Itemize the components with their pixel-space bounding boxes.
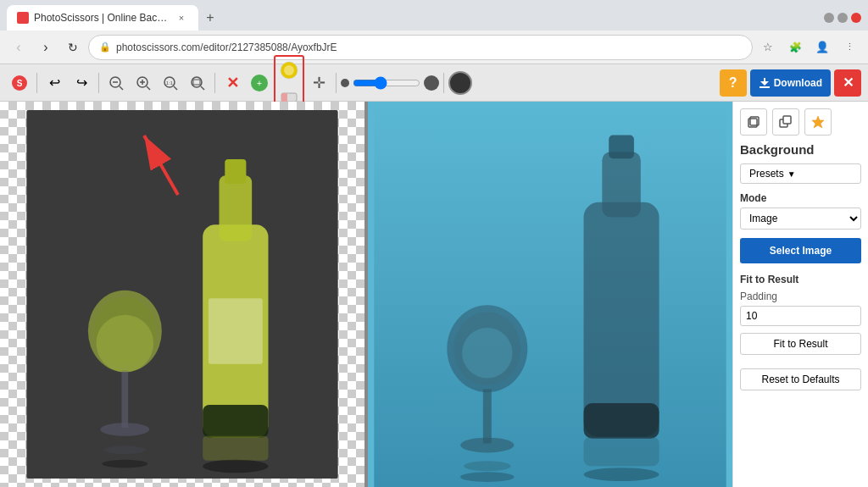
svg-rect-34 [203, 436, 268, 461]
new-tab-button[interactable]: + [198, 6, 222, 30]
svg-point-44 [462, 328, 512, 378]
separator-1 [36, 73, 37, 93]
result-svg [368, 102, 732, 487]
select-image-button[interactable]: Select Image [740, 238, 861, 263]
separator-4 [336, 73, 337, 93]
extension-btn[interactable]: 🧩 [783, 36, 807, 59]
svg-point-43 [460, 438, 514, 453]
svg-point-51 [584, 468, 659, 481]
copy-button[interactable] [740, 108, 767, 136]
copy-icon [747, 115, 760, 129]
back-button[interactable]: ‹ [7, 36, 31, 59]
svg-rect-20 [281, 93, 287, 102]
menu-btn[interactable]: ⋮ [837, 36, 861, 59]
right-sidebar: Background Presets ▼ Mode Image Color Tr… [732, 102, 868, 487]
nav-bar: ‹ › ↻ 🔒 photoscissors.com/editor/2127385… [0, 30, 868, 64]
svg-rect-47 [602, 152, 641, 217]
green-brush-button[interactable]: + [247, 70, 272, 96]
cancel-button[interactable]: ✕ [220, 70, 245, 96]
svg-rect-49 [584, 403, 659, 439]
sidebar-icon-row [740, 108, 861, 136]
svg-rect-30 [220, 175, 253, 241]
copy2-button[interactable] [772, 108, 799, 136]
fit-result-button[interactable]: Fit to Result [740, 333, 861, 355]
svg-rect-14 [193, 80, 200, 85]
svg-text:S: S [17, 79, 23, 88]
toolbar: S ↩ ↪ 1:1 ✕ + [0, 64, 868, 102]
refresh-button[interactable]: ↻ [61, 36, 85, 59]
forward-button[interactable]: › [34, 36, 58, 59]
svg-point-28 [97, 315, 154, 373]
red-arrow [119, 119, 203, 206]
zoom-out-button[interactable] [103, 70, 129, 96]
profile-btn[interactable]: 👤 [810, 36, 834, 59]
svg-rect-56 [783, 116, 791, 124]
brush-size-slider[interactable] [353, 76, 420, 90]
minimize-btn[interactable] [824, 13, 834, 23]
browser-nav-icons: ☆ 🧩 👤 ⋮ [756, 36, 861, 59]
download-button[interactable]: Download [750, 69, 831, 97]
maximize-btn[interactable] [837, 13, 848, 23]
logo-icon: S [7, 70, 32, 96]
padding-input[interactable] [740, 306, 861, 326]
svg-point-18 [284, 65, 294, 75]
help-button[interactable]: ? [720, 69, 747, 97]
color-indicator[interactable] [448, 71, 472, 95]
zoom-fit-button[interactable] [185, 70, 210, 96]
move-button[interactable]: ✛ [306, 70, 331, 96]
download-icon [759, 77, 771, 89]
duplicate-icon [779, 115, 793, 129]
sidebar-title: Background [740, 142, 861, 157]
mode-label: Mode [740, 192, 861, 204]
tab-favicon [17, 12, 29, 24]
mode-select[interactable]: Image Color Transparent [740, 208, 861, 230]
svg-point-35 [203, 460, 268, 473]
bookmark-btn[interactable]: ☆ [756, 36, 780, 59]
svg-rect-50 [584, 437, 659, 467]
brush-size-large [424, 75, 439, 91]
tab-bar: PhotoScissors | Online Backgro... × + [0, 0, 868, 30]
presets-chevron: ▼ [787, 169, 796, 179]
star-button[interactable] [804, 108, 832, 136]
tab-close-btn[interactable]: × [175, 11, 188, 25]
svg-point-45 [464, 461, 510, 471]
fit-result-btn-label: Fit to Result [773, 338, 827, 350]
undo-button[interactable]: ↩ [42, 70, 67, 96]
brush-size-small [341, 79, 349, 87]
presets-button[interactable]: Presets ▼ [740, 163, 861, 184]
svg-line-10 [174, 86, 177, 90]
svg-rect-42 [483, 389, 492, 443]
svg-rect-31 [225, 159, 246, 184]
zoom-in-button[interactable] [131, 70, 156, 96]
svg-rect-33 [209, 298, 263, 363]
separator-5 [443, 73, 444, 93]
brush-size-area [341, 75, 439, 91]
yellow-brush-button[interactable] [276, 58, 302, 83]
svg-marker-57 [812, 116, 824, 128]
close-btn[interactable] [851, 13, 861, 23]
close-app-button[interactable]: ✕ [834, 69, 861, 97]
browser-chrome: PhotoScissors | Online Backgro... × + ‹ … [0, 0, 868, 64]
svg-rect-32 [203, 405, 268, 438]
window-controls [824, 13, 861, 23]
right-buttons: ? Download ✕ [720, 69, 861, 97]
download-label: Download [774, 77, 822, 89]
address-bar[interactable]: 🔒 photoscissors.com/editor/2127385088/Ay… [88, 35, 753, 60]
active-tab[interactable]: PhotoScissors | Online Backgro... × [7, 5, 198, 30]
svg-point-26 [100, 423, 149, 435]
separator-3 [214, 73, 215, 93]
zoom-100-button[interactable]: 1:1 [158, 70, 183, 96]
star-icon [811, 115, 825, 129]
app-container: S ↩ ↪ 1:1 ✕ + [0, 64, 868, 487]
svg-text:+: + [257, 78, 262, 88]
arrow-svg [119, 119, 203, 203]
svg-point-36 [102, 460, 147, 468]
svg-line-38 [144, 136, 178, 195]
svg-point-27 [104, 445, 145, 454]
reset-label: Reset to Defaults [761, 374, 839, 385]
svg-point-52 [460, 472, 514, 482]
reset-defaults-button[interactable]: Reset to Defaults [740, 368, 861, 390]
select-image-label: Select Image [770, 245, 832, 257]
svg-line-6 [147, 86, 150, 90]
redo-button[interactable]: ↪ [69, 70, 94, 96]
